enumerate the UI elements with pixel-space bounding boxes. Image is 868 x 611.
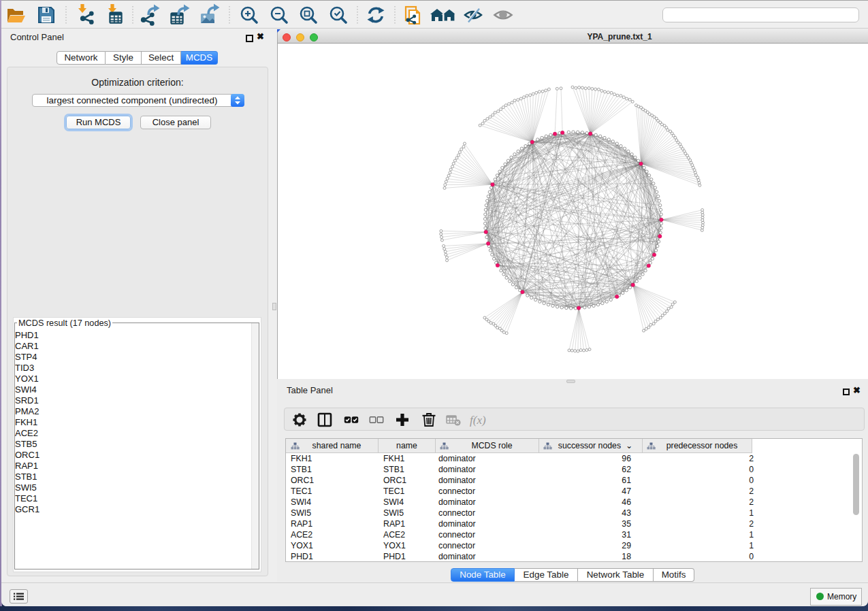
svg-text:f(x): f(x) — [470, 414, 486, 427]
